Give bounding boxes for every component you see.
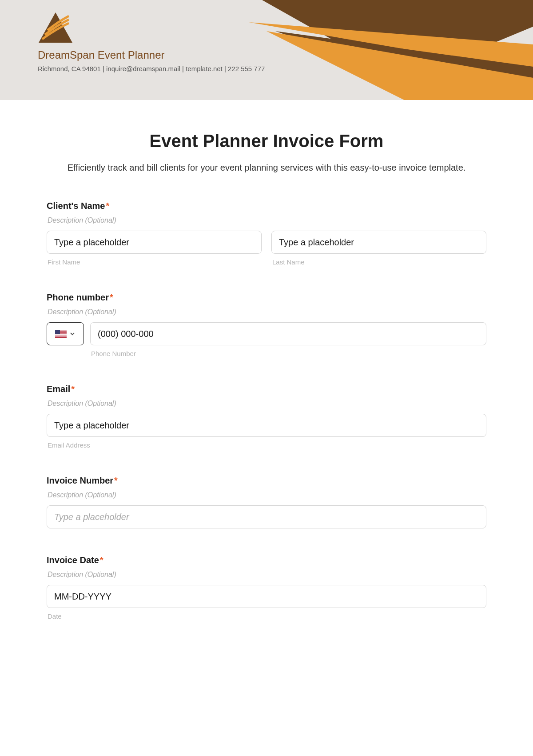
country-code-select[interactable] xyxy=(47,322,84,345)
invoice-number-desc: Description (Optional) xyxy=(48,491,486,499)
invoice-date-desc: Description (Optional) xyxy=(48,571,486,579)
required-star: * xyxy=(110,292,113,302)
svg-rect-9 xyxy=(55,334,67,335)
svg-rect-10 xyxy=(55,335,67,336)
required-star: * xyxy=(114,476,118,485)
phone-desc: Description (Optional) xyxy=(48,308,486,316)
email-value: Type a placeholder xyxy=(54,420,129,431)
last-name-sublabel: Last Name xyxy=(272,258,486,266)
client-name-desc: Description (Optional) xyxy=(48,216,486,224)
phone-sublabel: Phone Number xyxy=(91,350,486,357)
svg-marker-2 xyxy=(275,31,533,100)
phone-value: (000) 000-000 xyxy=(98,329,154,339)
email-label: Email* xyxy=(47,384,486,394)
field-phone: Phone number* Description (Optional) xyxy=(47,292,486,357)
header-banner: DreamSpan Event Planner Richmond, CA 948… xyxy=(0,0,533,100)
first-name-sublabel: First Name xyxy=(48,258,262,266)
svg-marker-1 xyxy=(249,22,533,71)
form-content: Event Planner Invoice Form Efficiently t… xyxy=(0,100,533,642)
first-name-value: Type a placeholder xyxy=(54,237,129,248)
required-star: * xyxy=(71,384,75,394)
svg-marker-3 xyxy=(266,31,533,100)
company-name: DreamSpan Event Planner xyxy=(38,49,265,61)
field-client-name: Client's Name* Description (Optional) Ty… xyxy=(47,201,486,266)
first-name-input[interactable]: Type a placeholder xyxy=(47,231,262,254)
email-input[interactable]: Type a placeholder xyxy=(47,414,486,437)
invoice-date-value: MM-DD-YYYY xyxy=(54,592,111,602)
invoice-number-label-text: Invoice Number xyxy=(47,476,113,485)
email-label-text: Email xyxy=(47,384,70,394)
last-name-input[interactable]: Type a placeholder xyxy=(271,231,486,254)
invoice-date-label-text: Invoice Date xyxy=(47,555,99,565)
invoice-date-sublabel: Date xyxy=(48,612,486,620)
field-invoice-date: Invoice Date* Description (Optional) MM-… xyxy=(47,555,486,620)
header-decoration xyxy=(249,0,533,100)
company-logo-icon xyxy=(38,12,73,44)
email-desc: Description (Optional) xyxy=(48,400,486,408)
email-sublabel: Email Address xyxy=(48,441,486,449)
required-star: * xyxy=(100,555,103,565)
client-name-label: Client's Name* xyxy=(47,201,486,211)
invoice-number-label: Invoice Number* xyxy=(47,476,486,486)
required-star: * xyxy=(106,201,109,211)
phone-label-text: Phone number xyxy=(47,292,109,302)
client-name-label-text: Client's Name xyxy=(47,201,105,211)
page-title: Event Planner Invoice Form xyxy=(47,131,486,151)
svg-rect-11 xyxy=(55,336,67,337)
invoice-number-input[interactable] xyxy=(47,505,486,528)
field-invoice-number: Invoice Number* Description (Optional) xyxy=(47,476,486,528)
svg-rect-12 xyxy=(55,330,60,334)
us-flag-icon xyxy=(55,330,67,338)
invoice-date-label: Invoice Date* xyxy=(47,555,486,565)
page-subtitle: Efficiently track and bill clients for y… xyxy=(47,161,486,174)
invoice-date-input[interactable]: MM-DD-YYYY xyxy=(47,585,486,608)
logo-block: DreamSpan Event Planner Richmond, CA 948… xyxy=(38,12,265,72)
phone-label: Phone number* xyxy=(47,292,486,303)
chevron-down-icon xyxy=(69,331,76,337)
svg-marker-0 xyxy=(262,0,533,80)
company-meta: Richmond, CA 94801 | inquire@dreamspan.m… xyxy=(38,65,265,72)
last-name-value: Type a placeholder xyxy=(279,237,354,248)
phone-input[interactable]: (000) 000-000 xyxy=(90,322,486,345)
field-email: Email* Description (Optional) Type a pla… xyxy=(47,384,486,449)
